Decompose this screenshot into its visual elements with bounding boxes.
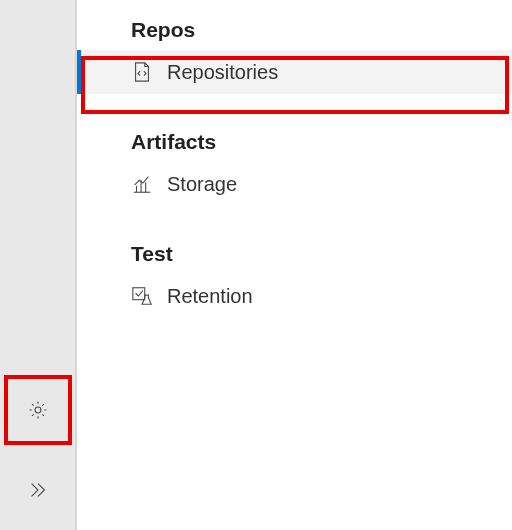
project-settings-button[interactable] — [4, 375, 72, 445]
nav-item-repositories[interactable]: Repositories — [77, 50, 512, 94]
nav-item-label: Repositories — [167, 61, 278, 84]
left-rail — [0, 0, 76, 530]
gear-icon — [27, 399, 49, 421]
nav-item-label: Retention — [167, 285, 253, 308]
svg-point-0 — [35, 407, 41, 413]
section-header-repos: Repos — [77, 0, 512, 50]
section-header-test: Test — [77, 206, 512, 274]
chart-icon — [131, 173, 153, 195]
svg-rect-1 — [133, 288, 145, 300]
nav-item-retention[interactable]: Retention — [77, 274, 512, 318]
code-file-icon — [131, 61, 153, 83]
retention-icon — [131, 285, 153, 307]
settings-panel: Repos Repositories Artifacts Storage Tes… — [76, 0, 512, 530]
nav-item-storage[interactable]: Storage — [77, 162, 512, 206]
chevron-double-right-icon — [27, 479, 49, 501]
nav-item-label: Storage — [167, 173, 237, 196]
expand-button[interactable] — [0, 460, 76, 520]
section-header-artifacts: Artifacts — [77, 94, 512, 162]
